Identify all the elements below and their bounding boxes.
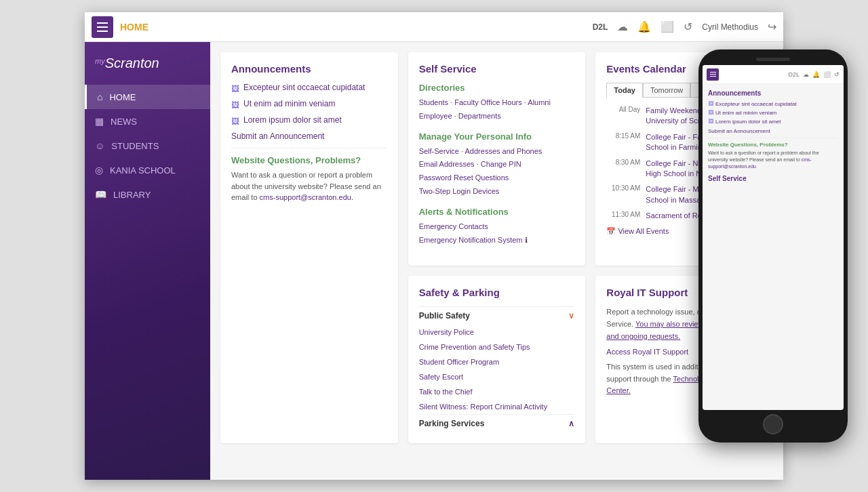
page-title: HOME (120, 22, 593, 33)
phone-website-title: Website Questions, Problems? (708, 142, 838, 148)
public-safety-header[interactable]: Public Safety ∨ (419, 306, 575, 325)
phone-ann-icon-0: 🖼 (708, 101, 713, 107)
sidebar-item-home[interactable]: ⌂ HOME (85, 85, 210, 109)
sidebar-item-kania-label: KANIA SCHOOL (110, 165, 176, 176)
main-layout: myScranton ⌂ HOME ▦ NEWS ☺ STUDENTS ◎ (85, 42, 783, 480)
link-safety-escort[interactable]: Safety Escort (419, 373, 463, 381)
announcements-list: 🖼 Excepteur sint occaecat cupidatat 🖼 Ut… (231, 83, 387, 126)
link-silent-witness[interactable]: Silent Witness: Report Criminal Activity (419, 403, 548, 411)
alerts-links: Emergency Contacts Emergency Notificatio… (419, 220, 575, 247)
top-icons: D2L ☁ 🔔 ⬜ ↺ Cyril Methodius ↪ (593, 20, 776, 33)
directories-links: Students · Faculty Office Hours · Alumni… (419, 96, 575, 123)
tab-tomorrow[interactable]: Tomorrow (643, 83, 690, 98)
phone-ann-icon-2: 🖼 (708, 119, 713, 125)
sidebar-item-news[interactable]: ▦ NEWS (85, 109, 210, 134)
personal-info-heading[interactable]: Manage Your Personal Info (419, 131, 575, 142)
content-area: Announcements 🖼 Excepteur sint occaecat … (210, 42, 783, 480)
phone-ann-text-0: Excepteur sint occaecat cupidatat (715, 101, 797, 107)
link-university-police[interactable]: University Police (419, 328, 474, 336)
link-crime-prevention[interactable]: Crime Prevention and Safety Tips (419, 343, 530, 351)
logo-area: myScranton (85, 49, 210, 85)
parking-services-header[interactable]: Parking Services ∧ (419, 414, 575, 432)
phone-website-text: Want to ask a question or report a probl… (708, 150, 838, 169)
phone-ann-item-2: 🖼 Lorem ipsum dolor sit amet (708, 119, 838, 125)
user-name: Cyril Methodius (702, 22, 758, 32)
logout-icon[interactable]: ↪ (768, 20, 776, 33)
sidebar-item-kania[interactable]: ◎ KANIA SCHOOL (85, 158, 210, 182)
event-time-1: 8:15 AM (606, 132, 640, 140)
bell-icon[interactable]: 🔔 (637, 20, 651, 33)
announcement-item-0: 🖼 Excepteur sint occaecat cupidatat (231, 83, 387, 94)
event-time-4: 11:30 AM (606, 211, 640, 218)
parking-chevron: ∧ (568, 419, 574, 428)
website-questions-title: Website Questions, Problems? (231, 155, 387, 165)
students-icon: ☺ (95, 140, 104, 151)
top-bar: HOME D2L ☁ 🔔 ⬜ ↺ Cyril Methodius ↪ (85, 12, 783, 42)
menu-button[interactable] (92, 16, 113, 38)
kania-icon: ◎ (95, 165, 103, 176)
phone-home-button[interactable] (763, 414, 783, 434)
ann-link-0[interactable]: Excepteur sint occaecat cupidatat (243, 83, 365, 92)
announcements-title: Announcements (231, 63, 387, 75)
phone-ann-text-1: Ut enim ad minim veniam (715, 110, 776, 116)
link-talk-to-chief[interactable]: Talk to the Chief (419, 388, 473, 396)
phone-icons: D2L ☁ 🔔 ⬜ ↺ (788, 71, 840, 78)
public-safety-section: Public Safety ∨ University Police Crime … (419, 306, 575, 414)
phone-screen: D2L ☁ 🔔 ⬜ ↺ Announcements 🖼 Excepteur si… (703, 65, 844, 410)
phone-office-icon: ⬜ (823, 71, 831, 78)
refresh-icon[interactable]: ↺ (684, 20, 692, 33)
home-icon: ⌂ (97, 91, 102, 102)
phone-topbar: D2L ☁ 🔔 ⬜ ↺ (703, 65, 844, 84)
logo-scranton: Scranton (105, 56, 159, 70)
safety-card: Safety & Parking Public Safety ∨ Univers… (408, 276, 586, 443)
ann-link-2[interactable]: Lorem ipsum dolor sit amet (243, 115, 342, 125)
self-service-title: Self Service (419, 63, 575, 75)
sidebar-item-students[interactable]: ☺ STUDENTS (85, 134, 210, 158)
announcements-card: Announcements 🖼 Excepteur sint occaecat … (220, 52, 398, 443)
phone-ann-icon-1: 🖼 (708, 110, 713, 116)
phone-ss-title: Self Service (708, 175, 838, 182)
phone-ann-text-2: Lorem ipsum dolor sit amet (715, 119, 781, 125)
self-service-personal-info: Manage Your Personal Info Self-Service ·… (419, 131, 575, 199)
library-icon: 📖 (95, 189, 106, 200)
ann-icon-0: 🖼 (231, 84, 239, 94)
public-safety-chevron: ∨ (568, 311, 574, 321)
phone-mockup: D2L ☁ 🔔 ⬜ ↺ Announcements 🖼 Excepteur si… (698, 49, 848, 443)
sidebar-item-home-label: HOME (109, 92, 136, 102)
directories-heading[interactable]: Directories (419, 83, 575, 93)
ann-icon-2: 🖼 (231, 117, 239, 126)
self-service-card: Self Service Directories Students · Facu… (408, 52, 586, 266)
ann-link-1[interactable]: Ut enim ad minim veniam (243, 99, 335, 108)
cms-email-link[interactable]: cms-support@scranton.edu. (260, 193, 353, 201)
event-time-2: 8:30 AM (606, 159, 640, 166)
submit-announcement-link[interactable]: Submit an Announcement (231, 131, 387, 141)
news-icon: ▦ (95, 116, 104, 127)
event-time-0: All Day (606, 106, 640, 113)
logo-my: my (95, 57, 105, 65)
personal-info-links: Self-Service · Addresses and Phones Emai… (419, 145, 575, 199)
phone-announcements-title: Announcements (708, 89, 838, 97)
safety-title: Safety & Parking (419, 287, 575, 298)
phone-refresh-icon: ↺ (834, 71, 840, 78)
sidebar-item-students-label: STUDENTS (111, 141, 159, 151)
self-service-alerts: Alerts & Notifications Emergency Contact… (419, 207, 575, 247)
cloud-icon[interactable]: ☁ (617, 20, 628, 33)
office-icon[interactable]: ⬜ (660, 20, 674, 33)
sidebar: myScranton ⌂ HOME ▦ NEWS ☺ STUDENTS ◎ (85, 42, 210, 480)
public-safety-links: University Police Crime Prevention and S… (419, 325, 575, 414)
phone-submit-link[interactable]: Submit an Announcement (708, 128, 838, 134)
browser-window: HOME D2L ☁ 🔔 ⬜ ↺ Cyril Methodius ↪ myScr… (85, 12, 783, 480)
alerts-heading[interactable]: Alerts & Notifications (419, 207, 575, 217)
link-student-officer[interactable]: Student Officer Program (419, 358, 499, 366)
sidebar-item-library-label: LIBRARY (113, 190, 151, 200)
sidebar-item-library[interactable]: 📖 LIBRARY (85, 182, 210, 207)
website-questions-section: Website Questions, Problems? Want to ask… (231, 155, 387, 203)
calendar-icon: 📅 (606, 227, 616, 235)
phone-ann-item-0: 🖼 Excepteur sint occaecat cupidatat (708, 101, 838, 107)
d2l-link[interactable]: D2L (593, 22, 608, 32)
phone-speaker (756, 58, 790, 61)
phone-menu-btn[interactable] (707, 68, 719, 81)
self-service-directories: Directories Students · Faculty Office Ho… (419, 83, 575, 123)
public-safety-label: Public Safety (419, 311, 470, 321)
tab-today[interactable]: Today (606, 83, 643, 98)
